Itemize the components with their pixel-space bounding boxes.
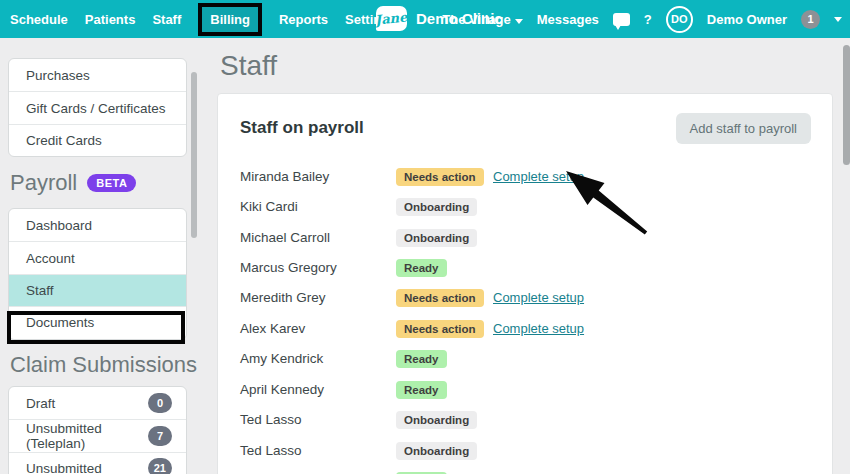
annotation-arrow [566,171,648,235]
payroll-menu-group: DashboardAccountStaffDocuments [8,208,187,340]
status-badge: Needs action [396,320,484,338]
payroll-section-header: Payroll BETA [10,170,136,196]
claims-section-title: Claim Submissions [10,352,197,378]
avatar[interactable]: DO [666,6,693,33]
staff-row: Michael CarrollOnboarding [240,222,811,252]
help-button[interactable]: ? [644,12,652,27]
nav-item-patients[interactable]: Patients [85,12,136,27]
status-badge: Needs action [396,289,484,307]
staff-row: Meredith GreyNeeds actionComplete setup [240,283,811,313]
complete-setup-link[interactable]: Complete setup [493,321,584,336]
main-content: Staff Staff on payroll Add staff to payr… [200,38,850,474]
status-badge: Ready [396,381,447,399]
jane-logo-text: Jane [375,9,409,27]
staff-row: April KennedyReady [240,374,811,404]
sidebar-item-draft[interactable]: Draft0 [9,387,186,419]
sidebar-item-label: Unsubmitted [26,461,102,474]
main-nav: SchedulePatientsStaffBillingReportsSetti… [0,3,396,36]
staff-row: Ted LassoOnboarding [240,405,811,435]
staff-name: Alex Karev [240,321,396,336]
staff-row: Miranda BaileyNeeds actionComplete setup [240,161,811,191]
sidebar-item-label: Draft [26,396,55,411]
location-dropdown[interactable]: The Village [442,12,522,27]
sidebar-item-unsubmitted[interactable]: Unsubmitted21 [9,452,186,474]
sidebar-item-credit-cards[interactable]: Credit Cards [9,124,186,156]
staff-name: Ted Lasso [240,443,396,458]
count-badge: 0 [148,393,172,413]
page-title: Staff [220,50,277,82]
user-menu-chevron-icon[interactable] [834,17,842,22]
top-nav: SchedulePatientsStaffBillingReportsSetti… [0,0,850,38]
staff-list: Miranda BaileyNeeds actionComplete setup… [240,161,811,474]
staff-name: Ted Lasso [240,412,396,427]
sidebar-item-label: Staff [26,283,54,298]
claims-menu-group: Draft0Unsubmitted (Teleplan)7Unsubmitted… [8,386,187,474]
beta-badge: BETA [87,174,136,192]
sidebar-item-account[interactable]: Account [9,241,186,273]
jane-logo-icon: Jane [376,6,407,31]
sidebar-item-unsubmitted-teleplan[interactable]: Unsubmitted (Teleplan)7 [9,419,186,451]
sidebar-item-label: Documents [26,315,94,330]
sidebar-item-label: Dashboard [26,218,92,233]
sidebar-item-dashboard[interactable]: Dashboard [9,209,186,241]
message-bubble-icon[interactable] [613,13,630,26]
status-badge: Onboarding [396,442,477,460]
add-staff-to-payroll-button[interactable]: Add staff to payroll [676,113,811,144]
sidebar-scrollbar[interactable] [191,72,197,238]
staff-name: Marcus Gregory [240,260,396,275]
nav-item-reports[interactable]: Reports [279,12,328,27]
staff-name: Kiki Cardi [240,199,396,214]
staff-row: Kiki CardiOnboarding [240,191,811,221]
sidebar-item-label: Unsubmitted (Teleplan) [26,421,148,451]
payroll-section-title: Payroll [10,170,77,196]
staff-name: Meredith Grey [240,290,396,305]
staff-name: April Kennedy [240,382,396,397]
status-badge: Onboarding [396,229,477,247]
staff-row: Susan LoReady [240,465,811,474]
status-badge: Ready [396,350,447,368]
sidebar-item-label: Purchases [26,68,90,83]
status-badge: Ready [396,259,447,277]
sidebar-item-label: Gift Cards / Certificates [26,101,166,116]
location-label: The Village [442,12,510,27]
nav-item-schedule[interactable]: Schedule [10,12,68,27]
count-badge: 21 [148,458,172,474]
status-badge: Onboarding [396,198,477,216]
staff-row: Amy KendrickReady [240,344,811,374]
sidebar-item-label: Account [26,251,75,266]
sidebar: PurchasesGift Cards / CertificatesCredit… [0,38,200,474]
staff-name: Michael Carroll [240,230,396,245]
sidebar-item-gift-cards-certificates[interactable]: Gift Cards / Certificates [9,91,186,123]
billing-menu-group: PurchasesGift Cards / CertificatesCredit… [8,58,187,157]
main-scrollbar[interactable] [843,45,850,165]
sidebar-item-purchases[interactable]: Purchases [9,59,186,91]
card-title: Staff on payroll [240,113,364,138]
nav-item-billing[interactable]: Billing [198,3,262,36]
status-badge: Needs action [396,168,484,186]
staff-name: Miranda Bailey [240,169,396,184]
messages-button[interactable]: Messages [537,12,599,27]
user-name[interactable]: Demo Owner [707,12,787,27]
nav-item-staff[interactable]: Staff [152,12,181,27]
notification-badge: 1 [801,10,820,29]
staff-row: Ted LassoOnboarding [240,435,811,465]
count-badge: 7 [148,426,172,446]
complete-setup-link[interactable]: Complete setup [493,290,584,305]
sidebar-item-staff[interactable]: Staff [9,274,186,306]
staff-name: Amy Kendrick [240,351,396,366]
staff-on-payroll-card: Staff on payroll Add staff to payroll Mi… [217,93,833,474]
status-badge: Onboarding [396,411,477,429]
staff-row: Alex KarevNeeds actionComplete setup [240,313,811,343]
sidebar-item-label: Credit Cards [26,133,102,148]
chevron-down-icon [515,19,523,24]
claims-section-header: Claim Submissions [10,352,197,378]
staff-row: Marcus GregoryReady [240,252,811,282]
sidebar-item-documents[interactable]: Documents [9,306,186,338]
